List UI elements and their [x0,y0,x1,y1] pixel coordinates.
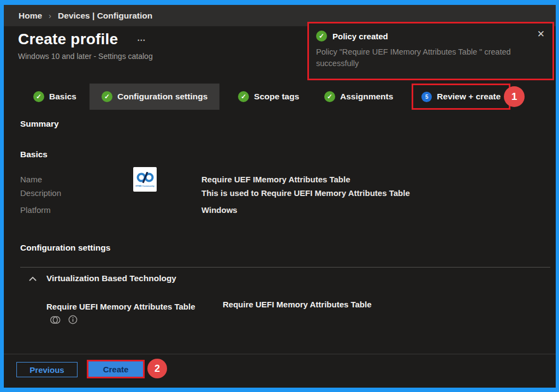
basics-row-platform: Platform Windows [20,201,545,219]
tab-basics-label: Basics [49,92,76,102]
breadcrumb-separator-icon: › [49,11,51,20]
htmd-logo-icon [136,172,154,184]
annotation-badge-1: 1 [504,86,525,107]
check-icon: ✓ [102,91,112,102]
info-icon[interactable] [68,315,78,324]
basics-row-name: Name HTMD Community Require UEF IMemory … [20,167,545,185]
create-button[interactable]: Create [88,361,143,377]
configuration-settings-heading: Configuration settings [20,243,110,253]
toast-message: Policy "Require UEF IMemory Attributes T… [316,46,541,69]
annotation-badge-2: 2 [147,359,167,378]
check-icon: ✓ [238,91,249,102]
tab-review-create[interactable]: 5 Review + create [412,84,510,110]
basics-summary-table: Name HTMD Community Require UEF IMemory … [20,167,545,219]
setting-value: Require UEFI Memory Attributes Table [223,300,372,309]
notification-toast: ✓ Policy created ✕ Policy "Require UEF I… [307,22,554,80]
platform-value: Windows [201,205,545,215]
tab-configuration-settings-label: Configuration settings [117,92,207,102]
platform-label: Platform [20,205,133,215]
basics-row-description: Description This is used to Require UEFI… [20,185,545,202]
description-label: Description [20,188,133,198]
tab-review-create-label: Review + create [437,92,501,102]
previous-button[interactable]: Previous [16,362,78,377]
chevron-up-icon [28,276,37,281]
page-header: Create profile … Windows 10 and later - … [18,31,153,61]
portal-window: Home › Devices | Configuration Create pr… [4,5,556,388]
step-number-icon: 5 [421,92,432,102]
tab-assignments[interactable]: ✓ Assignments [317,84,401,110]
htmd-community-logo: HTMD Community [133,167,157,192]
description-value: This is used to Require UEFI Memory Attr… [201,188,545,198]
more-menu-icon[interactable]: … [137,33,146,43]
setting-applicability-icon[interactable] [50,316,61,324]
check-icon: ✓ [324,91,335,102]
setting-name: Require UEFI Memory Attributes Table [46,302,195,311]
close-icon[interactable]: ✕ [537,29,545,39]
section-divider [20,267,550,268]
settings-group-label: Virtualization Based Technology [46,274,176,283]
setting-meta-icons [50,315,78,324]
settings-group-expander[interactable]: Virtualization Based Technology [28,274,176,283]
annotation-box-create: Create [87,360,145,378]
success-check-icon: ✓ [316,31,327,41]
summary-heading: Summary [20,119,59,129]
breadcrumb-devices-configuration-link[interactable]: Devices | Configuration [58,11,152,21]
name-value: Require UEF IMemory Attributes Table [201,175,545,184]
name-label: Name [20,175,133,184]
tab-configuration-settings[interactable]: ✓ Configuration settings [90,84,219,110]
page-subtitle: Windows 10 and later - Settings catalog [18,52,153,61]
toast-title: Policy created [332,32,388,41]
breadcrumb-home-link[interactable]: Home [19,11,42,21]
htmd-logo-text: HTMD Community [135,185,154,187]
tab-scope-tags-label: Scope tags [254,92,299,102]
check-icon: ✓ [33,91,44,102]
wizard-tab-bar: ✓ Basics ✓ Configuration settings ✓ Scop… [26,84,510,110]
footer-divider [4,354,556,354]
toast-header: ✓ Policy created [316,31,544,41]
page-title: Create profile [18,31,118,48]
tab-basics[interactable]: ✓ Basics [26,84,84,110]
basics-heading: Basics [20,150,47,159]
tab-assignments-label: Assignments [340,92,393,102]
tab-scope-tags[interactable]: ✓ Scope tags [230,84,307,110]
